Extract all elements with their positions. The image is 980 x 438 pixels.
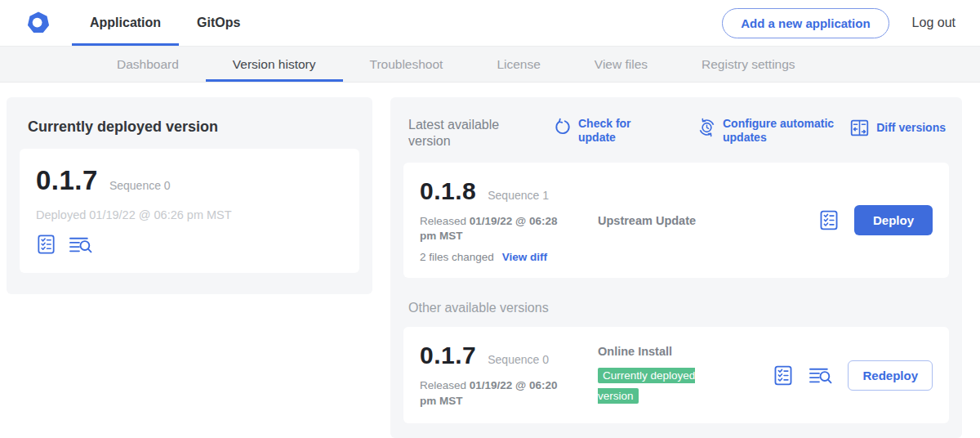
available-panel-header: Latest available version Check for updat… xyxy=(403,110,949,150)
redeploy-button[interactable]: Redeploy xyxy=(848,360,933,391)
subnav-version-history[interactable]: Version history xyxy=(206,47,343,82)
deployed-panel-title: Currently deployed version xyxy=(28,118,359,136)
available-panel-actions: Check for update Configure automatic upd… xyxy=(532,117,946,145)
add-application-button[interactable]: Add a new application xyxy=(722,8,889,38)
tab-gitops-label: GitOps xyxy=(197,16,240,30)
logout-link[interactable]: Log out xyxy=(912,16,956,30)
diff-versions-link[interactable]: Diff versions xyxy=(849,117,946,138)
configure-updates-label: Configure automatic updates xyxy=(723,117,847,145)
check-for-update-label: Check for update xyxy=(578,117,653,145)
deployed-version-number: 0.1.7 xyxy=(36,165,98,196)
subnav-troubleshoot[interactable]: Troubleshoot xyxy=(343,47,470,82)
view-diff-link[interactable]: View diff xyxy=(502,251,547,263)
app-logo-icon xyxy=(26,11,51,35)
other-versions-title: Other available versions xyxy=(408,301,949,315)
tab-gitops[interactable]: GitOps xyxy=(179,0,258,46)
released-label: Released xyxy=(420,379,466,391)
check-for-update-link[interactable]: Check for update xyxy=(554,117,653,145)
latest-version-card: 0.1.8 Sequence 1 Released 01/19/22 @ 06:… xyxy=(403,163,949,278)
other-version-source: Online Install Currently deployed versio… xyxy=(583,345,773,406)
subnav-license[interactable]: License xyxy=(470,47,567,82)
deployed-version-date: Deployed 01/19/22 @ 06:26 pm MST xyxy=(36,208,343,221)
other-version-sequence: Sequence 0 xyxy=(488,353,549,366)
diff-icon xyxy=(849,118,870,138)
preflight-checks-icon[interactable] xyxy=(36,234,56,255)
configure-updates-link[interactable]: Configure automatic updates xyxy=(697,117,847,145)
deploy-logs-icon[interactable] xyxy=(69,235,93,255)
deployed-version-sequence: Sequence 0 xyxy=(109,179,171,192)
other-version-card: 0.1.7 Sequence 0 Released 01/19/22 @ 06:… xyxy=(403,327,949,422)
latest-released-date: Released 01/19/22 @ 06:28 pm MST xyxy=(420,214,575,244)
available-panel-title: Latest available version xyxy=(408,117,532,150)
preflight-checks-icon[interactable] xyxy=(773,364,794,387)
subnav-view-files[interactable]: View files xyxy=(568,47,675,82)
latest-version-actions: Deploy xyxy=(818,205,933,235)
currently-deployed-badge: Currently deployed version xyxy=(598,368,695,404)
top-header: Application GitOps Add a new application… xyxy=(0,0,980,47)
currently-deployed-panel: Currently deployed version 0.1.7 Sequenc… xyxy=(7,97,372,294)
source-label: Upstream Update xyxy=(598,214,818,227)
other-released-date: Released 01/19/22 @ 06:20 pm MST xyxy=(420,378,575,408)
source-label: Online Install xyxy=(598,345,773,358)
deployed-version-card: 0.1.7 Sequence 0 Deployed 01/19/22 @ 06:… xyxy=(20,149,359,273)
primary-tabs: Application GitOps xyxy=(72,0,258,46)
other-version-actions: Redeploy xyxy=(773,360,933,391)
app-subnav: Dashboard Version history Troubleshoot L… xyxy=(0,47,980,83)
deploy-logs-icon[interactable] xyxy=(808,365,833,386)
other-version-number: 0.1.7 xyxy=(420,342,476,369)
files-changed-label: 2 files changed xyxy=(420,251,494,263)
latest-version-info: 0.1.8 Sequence 1 Released 01/19/22 @ 06:… xyxy=(420,177,583,263)
latest-version-number: 0.1.8 xyxy=(420,177,476,205)
schedule-update-icon xyxy=(697,118,716,137)
main-content: Currently deployed version 0.1.7 Sequenc… xyxy=(0,83,980,438)
header-right: Add a new application Log out xyxy=(722,0,956,46)
tab-application-label: Application xyxy=(90,16,161,30)
app-logo[interactable] xyxy=(26,0,51,46)
released-label: Released xyxy=(420,215,466,227)
available-versions-panel: Latest available version Check for updat… xyxy=(390,97,962,438)
other-version-info: 0.1.7 Sequence 0 Released 01/19/22 @ 06:… xyxy=(420,342,583,408)
tab-application[interactable]: Application xyxy=(72,0,179,46)
latest-version-sequence: Sequence 1 xyxy=(488,189,549,202)
deployed-badge-wrap: Currently deployed version xyxy=(598,365,719,406)
latest-version-source: Upstream Update xyxy=(583,214,818,227)
deploy-button[interactable]: Deploy xyxy=(854,205,933,235)
refresh-icon xyxy=(554,118,572,136)
subnav-registry-settings[interactable]: Registry settings xyxy=(675,47,822,82)
preflight-checks-icon[interactable] xyxy=(818,209,840,231)
subnav-dashboard[interactable]: Dashboard xyxy=(90,47,206,82)
diff-versions-label: Diff versions xyxy=(876,121,946,135)
